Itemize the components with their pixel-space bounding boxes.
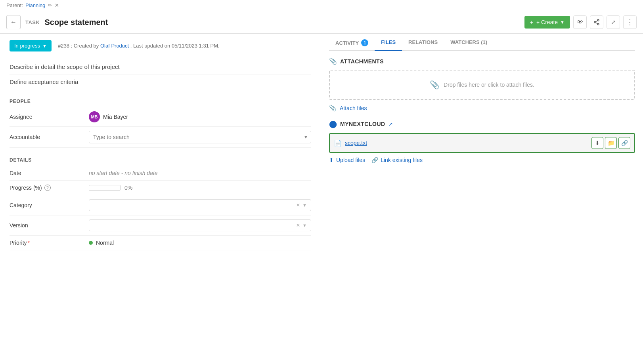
version-dropdown-icon[interactable]: ▼ [302, 223, 307, 228]
file-unlink-button[interactable]: 🔗 [618, 137, 630, 149]
priority-text: Normal [96, 240, 114, 246]
file-actions: ⬇ 📁 🔗 [591, 137, 630, 149]
description-item-2: Define acceptance criteria [10, 74, 311, 89]
drop-zone[interactable]: 📎 Drop files here or click to attach fil… [329, 70, 635, 100]
assignee-row: Assignee MB Mia Bayer [10, 107, 311, 127]
tabs-row: ACTIVITY 1 FILES RELATIONS WATCHERS (1) [329, 34, 635, 51]
file-doc-icon: 📄 [334, 139, 342, 147]
cloud-title: MYNEXTCLOUD [340, 121, 385, 127]
drop-zone-text: Drop files here or click to attach files… [444, 82, 534, 88]
progress-value: 0% [89, 185, 311, 191]
date-row: Date no start date - no finish date [10, 166, 311, 181]
file-folder-button[interactable]: 📁 [605, 137, 617, 149]
version-clear-icon[interactable]: ✕ [296, 223, 300, 228]
file-info: 📄 scope.txt [334, 139, 367, 147]
back-button[interactable]: ← [6, 15, 21, 29]
priority-label: Priority * [10, 240, 89, 246]
attachments-header: 📎 ATTACHMENTS [329, 57, 635, 65]
tab-activity[interactable]: ACTIVITY 1 [329, 35, 375, 50]
task-meta: #238 : Created by Olaf Product . Last up… [58, 43, 220, 49]
cloud-actions: ⬆ Upload files 🔗 Link existing files [329, 157, 635, 163]
main-content: In progress ▼ #238 : Created by Olaf Pro… [0, 34, 643, 362]
cloud-external-link-icon[interactable]: ↗ [388, 121, 393, 127]
more-button[interactable]: ⋮ [623, 15, 637, 29]
svg-line-4 [596, 23, 597, 24]
description-item-1: Describe in detail the scope of this pro… [10, 59, 311, 74]
edit-parent-icon[interactable]: ✏ [48, 2, 52, 8]
watchers-tab-label: WATCHERS (1) [450, 39, 487, 45]
attach-files-label: Attach files [340, 105, 367, 111]
cloud-logo-icon: ⬤ [329, 120, 337, 128]
assignee-name: Mia Bayer [103, 114, 128, 120]
priority-required-star: * [28, 240, 30, 246]
file-link[interactable]: scope.txt [345, 140, 367, 146]
version-select[interactable]: ✕ ▼ [89, 219, 311, 231]
accountable-search-input[interactable] [89, 131, 311, 143]
updated-text: . Last updated on 05/11/2023 1:31 PM. [130, 43, 220, 49]
create-plus-icon: + [530, 19, 533, 25]
tab-watchers[interactable]: WATCHERS (1) [444, 35, 494, 50]
priority-row: Priority * Normal [10, 236, 311, 250]
svg-point-2 [597, 23, 599, 25]
create-button[interactable]: + + Create ▼ [524, 16, 570, 29]
status-badge[interactable]: In progress ▼ [10, 40, 52, 51]
create-arrow-icon: ▼ [560, 20, 565, 25]
attachments-section: 📎 ATTACHMENTS 📎 Drop files here or click… [329, 57, 635, 112]
task-type-label: TASK [25, 19, 40, 25]
task-title: Scope statement [44, 18, 108, 27]
tab-relations[interactable]: RELATIONS [402, 35, 444, 50]
category-select[interactable]: ✕ ▼ [89, 199, 311, 211]
accountable-label: Accountable [10, 134, 89, 140]
date-value[interactable]: no start date - no finish date [89, 170, 311, 176]
progress-label-text: Progress (%) [10, 185, 42, 191]
upload-icon: ⬆ [329, 157, 334, 163]
header-row: ← TASK Scope statement + + Create ▼ 👁 ⤢ … [0, 11, 643, 34]
eye-button[interactable]: 👁 [573, 15, 587, 29]
header-right: + + Create ▼ 👁 ⤢ ⋮ [524, 15, 637, 29]
priority-dot-icon [89, 241, 93, 245]
svg-line-3 [596, 21, 597, 22]
avatar: MB [89, 111, 100, 122]
attach-files-link[interactable]: 📎 Attach files [329, 105, 635, 112]
file-download-button[interactable]: ⬇ [591, 137, 603, 149]
accountable-value[interactable]: ▼ [89, 131, 311, 143]
expand-button[interactable]: ⤢ [607, 15, 620, 29]
description-section: Describe in detail the scope of this pro… [10, 59, 311, 89]
file-row: 📄 scope.txt ⬇ 📁 🔗 [329, 133, 635, 153]
header-left: ← TASK Scope statement [6, 15, 108, 29]
progress-help-icon[interactable]: ? [44, 185, 51, 191]
upload-files-link[interactable]: ⬆ Upload files [329, 157, 365, 163]
cloud-header: ⬤ MYNEXTCLOUD ↗ [329, 120, 635, 128]
people-section-header: PEOPLE [10, 99, 311, 104]
created-by-prefix: : Created by [71, 43, 100, 49]
details-section-header: DETAILS [10, 157, 311, 163]
link-existing-label: Link existing files [381, 157, 423, 163]
parent-link[interactable]: Planning [25, 2, 46, 8]
category-label: Category [10, 202, 89, 208]
category-row: Category ✕ ▼ [10, 195, 311, 215]
svg-point-0 [597, 19, 599, 21]
priority-value: Normal [89, 240, 311, 246]
link-existing-files-link[interactable]: 🔗 Link existing files [371, 157, 423, 163]
attachment-icon: 📎 [329, 57, 337, 65]
link-icon: 🔗 [371, 157, 378, 163]
parent-bar: Parent: Planning ✏ ✕ [0, 0, 643, 11]
drop-zone-icon: 📎 [430, 80, 440, 90]
author-link[interactable]: Olaf Product [100, 43, 129, 49]
share-button[interactable] [590, 15, 603, 29]
category-dropdown-icon[interactable]: ▼ [302, 203, 307, 208]
category-clear-icon[interactable]: ✕ [296, 202, 300, 208]
progress-bar[interactable] [89, 185, 121, 191]
share-icon [593, 19, 600, 25]
version-label: Version [10, 222, 89, 229]
accountable-row: Accountable ▼ [10, 127, 311, 148]
tab-files[interactable]: FILES [375, 35, 402, 51]
relations-tab-label: RELATIONS [408, 39, 438, 45]
close-parent-icon[interactable]: ✕ [55, 2, 59, 8]
task-id: #238 [58, 43, 69, 49]
status-label: In progress [14, 43, 40, 49]
date-label: Date [10, 170, 89, 176]
status-row: In progress ▼ #238 : Created by Olaf Pro… [10, 40, 311, 51]
assignee-label: Assignee [10, 114, 89, 120]
progress-label: Progress (%) ? [10, 185, 89, 191]
